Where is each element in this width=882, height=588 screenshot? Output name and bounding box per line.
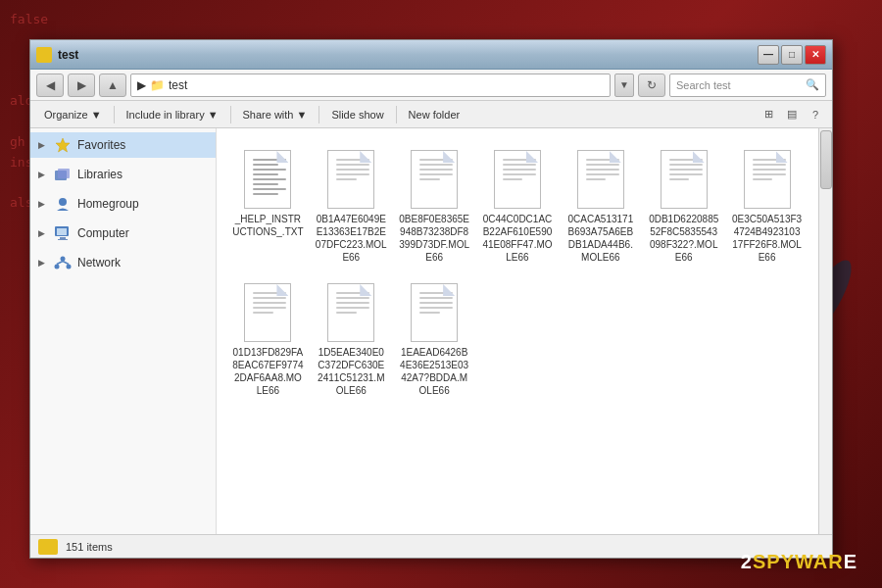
watermark-suffix: E [844,551,858,572]
toolbar-separator-3 [318,106,319,123]
file-item[interactable]: 1EAEAD6426B4E36E2513E0342A7?BDDA.MOLE66 [395,273,474,403]
computer-icon [54,225,72,241]
file-name: 0CACA513171B693A75A6EBDB1ADA44B6.MOLE66 [564,213,636,264]
maximize-button[interactable]: □ [781,45,803,65]
sidebar-item-network[interactable]: ▶ Network [30,250,216,275]
help-button[interactable]: ? [805,104,826,125]
sidebar-item-libraries[interactable]: ▶ Libraries [30,162,216,187]
title-bar: test — □ ✕ [30,40,832,70]
search-box[interactable]: Search test 🔍 [669,74,826,97]
sidebar-homegroup-label: Homegroup [77,197,139,211]
libraries-icon [54,167,72,182]
title-folder-icon [36,47,52,63]
sidebar: ▶ Favorites ▶ [30,128,217,534]
include-label: Include in library [126,109,205,121]
help-icon: ? [812,109,818,121]
address-bar: ◀ ▶ ▲ ▶ 📁 test ▼ ↻ Search test 🔍 [30,70,832,101]
sidebar-libraries-label: Libraries [77,168,122,181]
toolbar-separator-4 [396,106,397,123]
homegroup-chevron-icon: ▶ [38,199,48,209]
refresh-icon: ↻ [647,78,657,92]
svg-line-23 [57,262,63,265]
up-icon: ▲ [107,78,119,92]
network-icon [54,255,72,270]
file-name: 1EAEAD6426B4E36E2513E0342A7?BDDA.MOLE66 [399,346,470,397]
sidebar-item-homegroup[interactable]: ▶ Homegroup [30,191,216,217]
status-item-count: 151 items [66,541,113,553]
minimize-button[interactable]: — [758,45,779,65]
title-bar-left: test [36,47,78,63]
svg-line-24 [63,262,69,265]
status-bar: 151 items [30,534,832,558]
file-item[interactable]: 0E3C50A513F34724B492310317FF26F8.MOLE66 [727,140,807,270]
share-with-button[interactable]: Share with ▼ [235,104,316,125]
content-area: ▶ Favorites ▶ [30,128,832,534]
watermark-prefix: 2 [741,551,753,572]
homegroup-icon [54,196,72,212]
explorer-window: test — □ ✕ ◀ ▶ ▲ ▶ 📁 test ▼ ↻ Search [29,39,833,559]
refresh-button[interactable]: ↻ [638,74,665,97]
file-name: 0DB1D622088552F8C5835543098F322?.MOLE66 [648,213,719,264]
computer-chevron-icon: ▶ [38,228,48,238]
new-folder-label: New folder [409,109,461,121]
svg-rect-14 [58,169,70,178]
file-name: 0B1A47E6049EE13363E17B2E07DFC223.MOLE66 [316,213,387,264]
file-name: 01D13FD829FA8EAC67EF97742DAF6AA8.MOLE66 [232,346,304,397]
svg-point-20 [61,257,66,262]
organize-button[interactable]: Organize ▼ [36,104,110,125]
file-item[interactable]: 1D5EAE340E0C372DFC630E2411C51231.MOLE66 [312,273,391,403]
file-item[interactable]: 0BE8F0E8365E948B73238DF8399D73DF.MOLE66 [395,140,474,270]
file-item[interactable]: 0CACA513171B693A75A6EBDB1ADA44B6.MOLE66 [561,140,640,270]
search-icon: 🔍 [806,78,819,91]
file-item[interactable]: _HELP_INSTRUCTIONS_.TXT [228,140,308,270]
breadcrumb-path: test [169,78,187,92]
up-button[interactable]: ▲ [99,74,126,97]
organize-arrow-icon: ▼ [91,109,102,121]
forward-icon: ▶ [77,78,86,92]
slideshow-button[interactable]: Slide show [323,104,391,125]
sidebar-network-label: Network [77,256,121,270]
address-dropdown-button[interactable]: ▼ [614,74,634,97]
layout-view-button[interactable]: ⊞ [758,104,779,125]
svg-point-22 [67,265,72,270]
watermark-spy: SPYWAR [753,551,844,572]
file-name: 0E3C50A513F34724B492310317FF26F8.MOLE66 [731,213,803,264]
file-item[interactable]: 0DB1D622088552F8C5835543098F322?.MOLE66 [644,140,723,270]
pane-view-button[interactable]: ▤ [781,104,803,125]
svg-rect-18 [60,237,66,239]
svg-rect-17 [57,228,67,235]
sidebar-item-favorites[interactable]: ▶ Favorites [30,132,216,158]
pane-icon: ▤ [787,108,797,121]
close-button[interactable]: ✕ [805,45,826,65]
scrollbar[interactable] [818,128,832,534]
watermark: 2SPYWARE [741,551,858,573]
file-panel: _HELP_INSTRUCTIONS_.TXT0B1A47E6049EE1336… [217,128,832,534]
new-folder-button[interactable]: New folder [401,104,468,125]
include-library-button[interactable]: Include in library ▼ [119,104,226,125]
file-item[interactable]: 01D13FD829FA8EAC67EF97742DAF6AA8.MOLE66 [228,273,308,403]
toolbar-separator-2 [230,106,231,123]
file-area: _HELP_INSTRUCTIONS_.TXT0B1A47E6049EE1336… [217,128,818,534]
view-controls: ⊞ ▤ ? [758,104,826,125]
breadcrumb-folder-icon: 📁 [150,78,165,92]
svg-point-15 [59,198,67,206]
sidebar-section-favorites: ▶ Favorites [30,132,216,158]
svg-rect-19 [58,239,68,240]
files-grid: _HELP_INSTRUCTIONS_.TXT0B1A47E6049EE1336… [224,136,810,407]
share-arrow-icon: ▼ [297,109,308,121]
back-button[interactable]: ◀ [36,74,64,97]
sidebar-section-libraries: ▶ Libraries [30,162,216,187]
favorites-icon [54,137,72,153]
title-controls: — □ ✕ [758,45,826,65]
svg-point-21 [55,265,60,270]
network-chevron-icon: ▶ [38,258,48,268]
breadcrumb[interactable]: ▶ 📁 test [130,74,611,97]
sidebar-computer-label: Computer [77,226,129,240]
forward-button[interactable]: ▶ [68,74,95,97]
share-label: Share with [243,109,294,121]
sidebar-item-computer[interactable]: ▶ Computer [30,220,216,246]
toolbar-separator-1 [114,106,115,123]
favorites-chevron-icon: ▶ [38,140,48,150]
file-item[interactable]: 0B1A47E6049EE13363E17B2E07DFC223.MOLE66 [312,140,391,270]
file-item[interactable]: 0C44C0DC1ACB22AF610E59041E08FF47.MOLE66 [478,140,558,270]
